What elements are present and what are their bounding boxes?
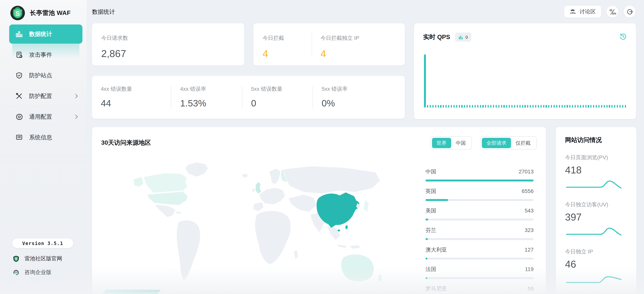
today-blocks-card: 今日拦截 4 今日拦截独立 IP 4: [254, 23, 405, 65]
5xx-count-label: 5xx 错误数量: [251, 86, 312, 93]
topbar-actions: 讨论区 中EN: [564, 6, 636, 18]
region-row: 法国119: [426, 266, 534, 279]
region-name: 澳大利亚: [426, 247, 447, 253]
scope-china-segment[interactable]: 中国: [451, 138, 470, 148]
tools-icon: [15, 92, 23, 100]
site-visits-title: 网站访问情况: [565, 136, 627, 144]
today-block-ips-label: 今日拦截独立 IP: [320, 35, 359, 42]
chevron-right-icon: [74, 115, 78, 119]
pv-value: 418: [565, 164, 627, 176]
mini-bar-chart-icon: [458, 35, 463, 39]
region-value: 119: [525, 266, 534, 273]
sidebar-menu: 数据统计 攻击事件 防护站点 防护配置: [9, 24, 82, 148]
discussion-button[interactable]: 讨论区: [564, 6, 601, 18]
sidebar-item-data-stats[interactable]: 数据统计: [9, 24, 82, 44]
mode-all-requests-segment[interactable]: 全部请求: [482, 138, 511, 148]
region-name: 罗马尼亚: [426, 286, 447, 293]
5xx-count-value: 0: [251, 98, 312, 109]
region-bar-fill: [426, 199, 448, 201]
svg-text:S: S: [16, 10, 20, 17]
enterprise-contact-label: 咨询企业版: [24, 269, 51, 276]
4xx-count-label: 4xx 错误数量: [101, 86, 171, 93]
region-name: 法国: [426, 266, 436, 273]
svg-text:中: 中: [609, 9, 612, 12]
language-icon: 中EN: [609, 8, 616, 15]
sidebar-item-label: 攻击事件: [29, 51, 52, 58]
region-bar-track: [426, 238, 534, 240]
pv-section: 今日页面浏览(PV) 418: [565, 154, 627, 191]
uv-label: 今日独立访客(UV): [565, 201, 627, 208]
sidebar-item-protection-config[interactable]: 防护配置: [9, 87, 82, 106]
mode-blocked-only-segment[interactable]: 仅拦截: [511, 138, 535, 148]
region-bar-fill: [426, 277, 427, 279]
enterprise-contact-link[interactable]: 咨询企业版: [12, 269, 87, 276]
region-title: 30天访问来源地区: [101, 139, 151, 147]
sidebar-item-system-info[interactable]: 系统信息: [9, 128, 82, 147]
uv-sparkline: [565, 226, 623, 237]
ip-sparkline: [565, 273, 623, 284]
brand-title: 长亭雷池 WAF: [30, 9, 71, 17]
realtime-qps-card: 实时 QPS 0: [414, 23, 636, 119]
brand: S 长亭雷池 WAF: [10, 5, 71, 21]
sidebar-item-general-config[interactable]: 通用配置: [9, 107, 82, 126]
safeline-shield-icon: S: [12, 255, 20, 263]
headset-icon: [12, 269, 20, 276]
sidebar-item-label: 数据统计: [29, 30, 52, 38]
4xx-rate-value: 1.53%: [180, 98, 242, 109]
region-row: 罗马尼亚59: [426, 286, 534, 294]
gear-icon: [15, 113, 23, 121]
region-row: 美国543: [426, 207, 534, 221]
4xx-rate-label: 4xx 错误率: [180, 86, 242, 93]
history-icon[interactable]: [620, 33, 627, 41]
region-row: 中国27013: [426, 168, 534, 181]
bar-chart-icon: [15, 30, 23, 38]
site-visits-card: 网站访问情况 今日页面浏览(PV) 418 今日独立访客(UV) 397 今日独…: [556, 127, 636, 294]
pv-label: 今日页面浏览(PV): [565, 154, 627, 161]
region-row: 英国6556: [426, 188, 534, 201]
sidebar-item-label: 通用配置: [29, 113, 52, 120]
ip-label: 今日独立 IP: [565, 248, 627, 255]
region-value: 6556: [522, 188, 534, 195]
region-bar-track: [426, 179, 534, 181]
shield-check-icon: [15, 72, 23, 79]
region-name: 英国: [426, 188, 436, 195]
svg-text:S: S: [15, 257, 17, 261]
5xx-rate-label: 5xx 错误率: [322, 86, 405, 93]
qps-badge: 0: [455, 32, 471, 42]
people-group-icon: [570, 9, 576, 14]
scope-world-segment[interactable]: 世界: [432, 138, 451, 148]
region-bar-fill: [426, 258, 427, 260]
region-value: 127: [524, 247, 534, 253]
page-title: 数据统计: [92, 8, 115, 16]
attack-log-icon: [15, 51, 23, 59]
error-stats-card: 4xx 错误数量 44 4xx 错误率 1.53% 5xx 错误数量 0 5xx…: [92, 76, 405, 119]
region-bar-track: [426, 199, 534, 201]
today-requests-value: 2,867: [101, 48, 235, 60]
language-toggle-button[interactable]: 中EN: [606, 6, 618, 18]
safeline-logo-icon: S: [10, 5, 25, 21]
region-row: 澳大利亚127: [426, 247, 534, 260]
ip-value: 46: [565, 258, 627, 270]
discussion-label: 讨论区: [580, 8, 596, 15]
app-root: S 长亭雷池 WAF 数据统计 攻击事件: [0, 0, 644, 294]
logout-icon: [626, 8, 633, 15]
region-bar-fill: [426, 179, 534, 181]
sidebar-item-protected-sites[interactable]: 防护站点: [9, 66, 82, 85]
sidebar-item-attack-events[interactable]: 攻击事件: [9, 45, 82, 64]
next-chart-peek: [103, 290, 160, 294]
region-value: 323: [524, 227, 534, 234]
today-block-ips-value: 4: [320, 48, 359, 60]
today-requests-card: 今日请求数 2,867: [92, 23, 244, 65]
community-site-link[interactable]: S 雷池社区版官网: [12, 255, 87, 263]
sidebar-item-label: 系统信息: [29, 134, 52, 141]
qps-title: 实时 QPS: [423, 33, 450, 41]
region-value: 543: [524, 207, 534, 214]
qps-baseline-bars: [427, 105, 626, 108]
mode-toggle: 全部请求 仅拦截: [480, 136, 537, 150]
world-map[interactable]: [130, 161, 383, 287]
logout-button[interactable]: [624, 6, 636, 18]
region-bar-fill: [426, 238, 428, 240]
region-name: 中国: [426, 168, 436, 175]
svg-text:EN: EN: [612, 12, 616, 15]
5xx-rate-value: 0%: [322, 98, 405, 109]
